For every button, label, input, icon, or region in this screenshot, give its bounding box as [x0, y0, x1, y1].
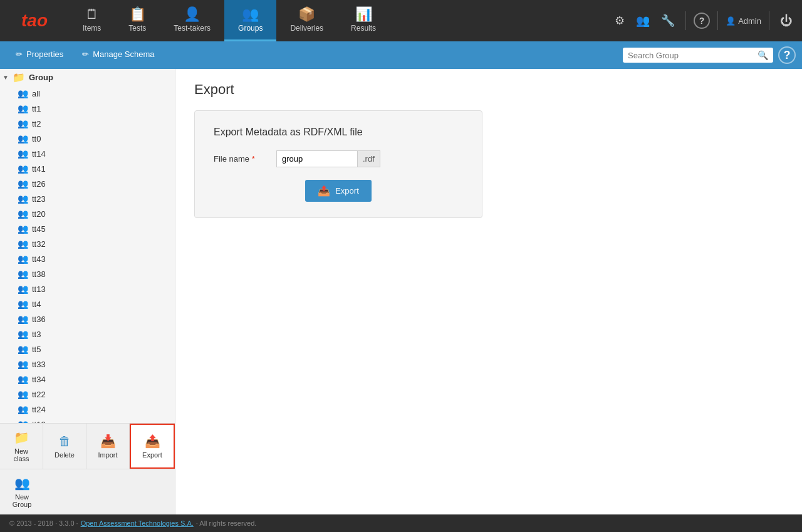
- list-item[interactable]: 👥 tt41: [0, 161, 175, 176]
- sidebar-root-group[interactable]: ▼ 📁 Group: [0, 69, 175, 86]
- footer-copy: © 2013 - 2018 · 3.3.0 ·: [9, 519, 78, 527]
- export-submit-button[interactable]: 📤 Export: [305, 180, 372, 202]
- users-icon[interactable]: 👥: [633, 11, 653, 31]
- export-button[interactable]: 📤 Export: [130, 424, 175, 469]
- footer-link[interactable]: Open Assessment Technologies S.A.: [81, 519, 194, 527]
- search-box: 🔍: [623, 48, 773, 63]
- footer-rights: · All rights reserved.: [196, 519, 257, 527]
- manage-schema-label: Manage Schema: [93, 50, 154, 59]
- item-label: tt26: [32, 179, 46, 189]
- file-extension: .rdf: [358, 150, 380, 167]
- folder-icon: 📁: [13, 71, 25, 83]
- list-item[interactable]: 👥 tt22: [0, 387, 175, 402]
- list-item[interactable]: 👥 tt34: [0, 372, 175, 387]
- group-icon: 👥: [18, 359, 28, 369]
- item-label: tt20: [32, 209, 46, 219]
- group-icon: 👥: [18, 118, 28, 128]
- export-card: Export Metadata as RDF/XML file File nam…: [194, 110, 482, 218]
- nav-item-items[interactable]: 🗒 Items: [69, 0, 115, 41]
- delete-icon: 🗑: [58, 434, 71, 449]
- subnav-properties[interactable]: ✏ Properties: [6, 41, 73, 69]
- group-icon: 👥: [18, 299, 28, 309]
- nav-items: 🗒 Items 📋 Tests 👤 Test-takers 👥 Groups 📦…: [69, 0, 605, 41]
- search-icon[interactable]: 🔍: [758, 50, 768, 60]
- logo[interactable]: tao: [0, 11, 69, 31]
- item-label: tt23: [32, 194, 46, 204]
- sidebar-root-label: Group: [29, 73, 53, 82]
- item-label: tt3: [32, 330, 41, 339]
- delete-button[interactable]: 🗑 Delete: [43, 424, 86, 469]
- group-icon: 👥: [18, 284, 28, 294]
- footer: © 2013 - 2018 · 3.3.0 · Open Assessment …: [0, 514, 802, 532]
- nav-item-groups[interactable]: 👥 Groups: [224, 0, 276, 41]
- nav-label-tests: Tests: [128, 24, 146, 33]
- new-group-button[interactable]: 👥 New Group: [0, 469, 44, 514]
- subnav-help-button[interactable]: ?: [778, 46, 796, 64]
- item-label: tt36: [32, 315, 46, 324]
- list-item[interactable]: 👥 tt5: [0, 342, 175, 357]
- item-label: tt43: [32, 254, 46, 264]
- list-item[interactable]: 👥 tt36: [0, 311, 175, 326]
- group-icon: 👥: [18, 404, 28, 414]
- admin-label: Admin: [738, 16, 761, 26]
- subnav-manage-schema[interactable]: ✏ Manage Schema: [73, 41, 164, 69]
- admin-link[interactable]: 👤 Admin: [726, 16, 761, 26]
- list-item[interactable]: 👥 tt1: [0, 101, 175, 116]
- list-item[interactable]: 👥 tt43: [0, 251, 175, 266]
- logo-text: tao: [21, 11, 48, 31]
- import-button[interactable]: 📥 Import: [86, 424, 130, 469]
- item-label: tt2: [32, 119, 41, 128]
- search-input[interactable]: [628, 51, 754, 60]
- group-icon: 👥: [18, 224, 28, 234]
- nav-label-test-takers: Test-takers: [174, 24, 211, 33]
- list-item[interactable]: 👥 tt26: [0, 176, 175, 191]
- results-icon: 📊: [355, 8, 372, 21]
- form-btn-row: 📤 Export: [214, 180, 463, 202]
- list-item[interactable]: 👥 tt3: [0, 326, 175, 342]
- new-class-button[interactable]: 📁 New class: [0, 424, 43, 469]
- new-class-label: New class: [9, 447, 34, 462]
- file-name-label-text: File name: [214, 154, 249, 164]
- item-label: tt41: [32, 164, 46, 174]
- nav-divider: [685, 11, 686, 30]
- nav-item-deliveries[interactable]: 📦 Deliveries: [276, 0, 337, 41]
- export-card-title: Export Metadata as RDF/XML file: [214, 127, 463, 138]
- list-item[interactable]: 👥 tt24: [0, 402, 175, 417]
- nav-label-deliveries: Deliveries: [290, 24, 323, 33]
- group-icon: 👥: [18, 374, 28, 384]
- list-item[interactable]: 👥 tt14: [0, 146, 175, 161]
- form-row-filename: File name * .rdf: [214, 150, 463, 167]
- tree-arrow-icon: ▼: [3, 74, 9, 81]
- main-layout: ▼ 📁 Group 👥 all 👥 tt1 👥 tt2 👥 tt0: [0, 69, 802, 514]
- list-item[interactable]: 👥 tt10: [0, 417, 175, 423]
- list-item[interactable]: 👥 tt20: [0, 206, 175, 221]
- list-item[interactable]: 👥 tt45: [0, 221, 175, 236]
- item-label: tt13: [32, 284, 46, 294]
- item-label: tt14: [32, 149, 46, 159]
- list-item[interactable]: 👥 tt4: [0, 296, 175, 311]
- list-item[interactable]: 👥 tt32: [0, 236, 175, 251]
- group-icon: 👥: [18, 239, 28, 249]
- item-label: tt34: [32, 375, 46, 384]
- nav-item-test-takers[interactable]: 👤 Test-takers: [160, 0, 224, 41]
- list-item[interactable]: 👥 tt23: [0, 191, 175, 206]
- item-label: tt22: [32, 390, 46, 399]
- group-icon: 👥: [18, 149, 28, 159]
- list-item[interactable]: 👥 tt38: [0, 266, 175, 281]
- file-name-input[interactable]: [276, 150, 358, 167]
- page-title: Export: [194, 81, 783, 98]
- item-label: tt4: [32, 300, 41, 309]
- list-item[interactable]: 👥 all: [0, 86, 175, 101]
- tools-icon[interactable]: 🔧: [658, 11, 678, 31]
- nav-label-groups: Groups: [238, 24, 263, 33]
- list-item[interactable]: 👥 tt2: [0, 116, 175, 131]
- list-item[interactable]: 👥 tt13: [0, 281, 175, 296]
- nav-item-results[interactable]: 📊 Results: [337, 0, 390, 41]
- settings-icon[interactable]: ⚙: [612, 11, 628, 31]
- nav-label-results: Results: [351, 24, 376, 33]
- help-icon[interactable]: ?: [694, 13, 710, 29]
- nav-item-tests[interactable]: 📋 Tests: [115, 0, 160, 41]
- list-item[interactable]: 👥 tt0: [0, 131, 175, 146]
- logout-icon[interactable]: ⏻: [777, 11, 796, 31]
- list-item[interactable]: 👥 tt33: [0, 357, 175, 372]
